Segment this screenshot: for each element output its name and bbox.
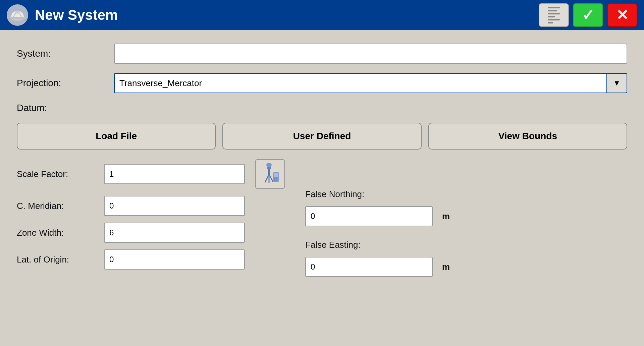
false-northing-label-row: False Northing: — [305, 189, 450, 199]
datum-row: Datum: — [17, 103, 627, 113]
svg-rect-5 — [267, 167, 271, 169]
svg-point-4 — [266, 163, 272, 167]
view-bounds-button[interactable]: View Bounds — [428, 123, 627, 150]
svg-rect-11 — [276, 179, 277, 181]
scale-factor-label: Scale Factor: — [17, 169, 97, 179]
false-easting-value-row: m — [305, 257, 450, 277]
doc-button[interactable] — [539, 3, 569, 27]
projection-dropdown-button[interactable]: ▼ — [607, 73, 627, 93]
svg-rect-7 — [274, 173, 278, 177]
lat-of-origin-label: Lat. of Origin: — [17, 254, 97, 265]
false-easting-unit: m — [442, 262, 450, 272]
svg-line-12 — [265, 174, 269, 182]
projection-row: Projection: ▼ — [17, 73, 627, 93]
projection-input[interactable] — [114, 73, 607, 93]
c-meridian-row: C. Meridian: — [17, 196, 285, 216]
chevron-down-icon: ▼ — [613, 79, 621, 88]
user-defined-button[interactable]: User Defined — [222, 123, 421, 150]
fields-section: Scale Factor: — [17, 159, 627, 277]
projection-select-wrapper: ▼ — [114, 73, 627, 93]
system-row: System: — [17, 44, 627, 64]
title-bar-buttons: ✓ ✕ — [539, 3, 637, 27]
cancel-button[interactable]: ✕ — [607, 3, 637, 27]
svg-rect-8 — [274, 177, 275, 179]
c-meridian-label: C. Meridian: — [17, 201, 97, 211]
zone-width-label: Zone Width: — [17, 228, 97, 238]
x-icon: ✕ — [616, 8, 629, 22]
checkmark-icon: ✓ — [582, 8, 594, 22]
fields-right: False Northing: m False Easting: m — [305, 162, 450, 277]
c-meridian-input[interactable] — [104, 196, 245, 216]
false-northing-unit: m — [442, 211, 450, 222]
false-northing-input[interactable] — [305, 206, 433, 226]
lat-of-origin-input[interactable] — [104, 249, 245, 270]
app-logo — [7, 4, 28, 26]
datum-label: Datum: — [17, 103, 104, 113]
false-easting-label-row: False Easting: — [305, 240, 450, 250]
false-easting-label: False Easting: — [305, 240, 413, 250]
hardhat-icon — [8, 6, 26, 24]
gps-icon — [258, 162, 282, 186]
scale-factor-row: Scale Factor: — [17, 159, 285, 189]
lat-of-origin-row: Lat. of Origin: — [17, 249, 285, 270]
false-northing-value-row: m — [305, 206, 450, 226]
svg-rect-1 — [10, 17, 24, 19]
svg-line-14 — [269, 174, 273, 182]
svg-rect-9 — [276, 177, 277, 179]
gps-button[interactable] — [255, 159, 285, 189]
zone-width-input[interactable] — [104, 223, 245, 243]
page-title: New System — [35, 7, 532, 23]
false-northing-label: False Northing: — [305, 189, 413, 199]
ok-button[interactable]: ✓ — [573, 3, 603, 27]
svg-rect-10 — [274, 179, 275, 181]
projection-label: Projection: — [17, 78, 104, 89]
survey-equipment-icon — [258, 162, 282, 186]
main-content: System: Projection: ▼ Datum: Load File U… — [0, 30, 644, 290]
title-bar: New System ✓ ✕ — [0, 0, 644, 30]
false-easting-input[interactable] — [305, 257, 433, 277]
zone-width-row: Zone Width: — [17, 223, 285, 243]
system-input[interactable] — [114, 44, 627, 64]
load-file-button[interactable]: Load File — [17, 123, 216, 150]
action-buttons-row: Load File User Defined View Bounds — [17, 123, 627, 150]
doc-icon — [546, 5, 561, 25]
fields-left: Scale Factor: — [17, 159, 285, 270]
scale-factor-input[interactable] — [104, 164, 245, 184]
svg-rect-2 — [15, 11, 20, 13]
system-label: System: — [17, 48, 104, 59]
